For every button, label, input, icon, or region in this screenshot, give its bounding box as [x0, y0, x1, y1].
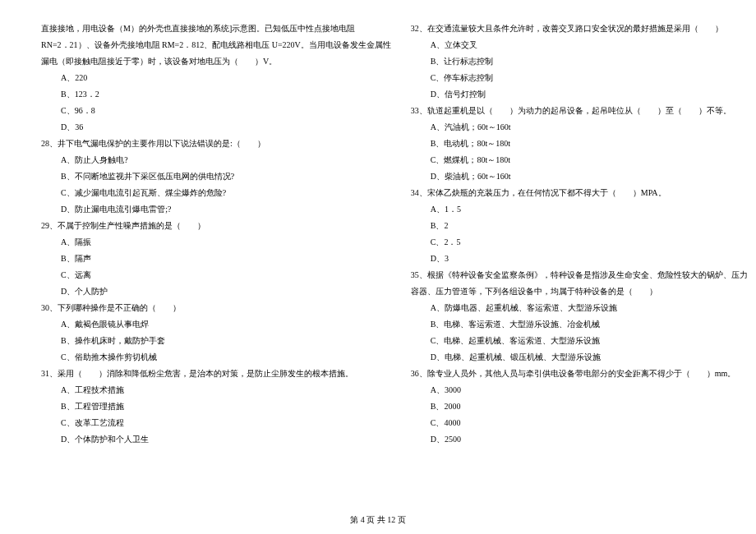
q28-option-b: B、不问断地监视井下采区低压电网的供电情况?	[41, 168, 391, 185]
q28-text: 28、井下电气漏电保护的主要作用以下说法错误的是:（ ）	[41, 136, 391, 152]
q35-text-line1: 35、根据《特种设备安全监察条例》，特种设备是指涉及生命安全、危险性较大的锅炉、…	[411, 267, 748, 283]
q33-option-c: C、燃煤机；80t～180t	[411, 152, 748, 168]
q27-intro-line2: RN=2．21）、设备外壳接地电阻 RM=2．812、配电线路相电压 U=220…	[41, 37, 391, 53]
q30-option-a: A、戴褐色眼镜从事电焊	[41, 316, 391, 333]
q30-text: 30、下列哪种操作是不正确的（ ）	[41, 300, 391, 316]
left-column: 直接接地，用电设备（M）的外壳也直接接地的系统]示意图。已知低压中性点接地电阻 …	[41, 21, 391, 489]
q27-option-a: A、220	[41, 70, 391, 86]
q31-option-a: A、工程技术措施	[41, 382, 391, 398]
q27-intro-line1: 直接接地，用电设备（M）的外壳也直接接地的系统]示意图。已知低压中性点接地电阻	[41, 21, 391, 37]
q34-option-d: D、3	[411, 251, 748, 267]
q36-option-c: C、4000	[411, 415, 748, 431]
q35-option-c: C、电梯、起重机械、客运索道、大型游乐设施	[411, 333, 748, 349]
q28-option-d: D、防止漏电电流引爆电雷管;?	[41, 201, 391, 218]
q29-text: 29、不属于控制生产性噪声措施的是（ ）	[41, 218, 391, 234]
q32-option-a: A、立体交叉	[411, 37, 748, 53]
q31-option-d: D、个体防护和个人卫生	[41, 431, 391, 448]
q33-option-b: B、电动机；80t～180t	[411, 136, 748, 152]
q30-option-b: B、操作机床时，戴防护手套	[41, 333, 391, 349]
q27-option-b: B、123．2	[41, 86, 391, 103]
q34-option-b: B、2	[411, 218, 748, 234]
q31-option-b: B、工程管理措施	[41, 398, 391, 415]
q34-text: 34、宋体乙炔瓶的充装压力，在任何情况下都不得大于（ ）MPA。	[411, 185, 748, 201]
q29-option-d: D、个人防护	[41, 283, 391, 300]
q28-option-c: C、减少漏电电流引起瓦斯、煤尘爆炸的危险?	[41, 185, 391, 201]
q29-option-a: A、隔振	[41, 234, 391, 251]
q34-option-a: A、1．5	[411, 201, 748, 218]
q35-text-line2: 容器、压力管道等，下列各组设备中，均属于特种设备的是（ ）	[411, 283, 748, 300]
q27-option-d: D、36	[41, 119, 391, 136]
q32-option-b: B、让行标志控制	[411, 53, 748, 70]
q31-option-c: C、改革工艺流程	[41, 415, 391, 431]
q34-option-c: C、2．5	[411, 234, 748, 251]
q36-option-d: D、2500	[411, 431, 748, 448]
page-footer: 第 4 页 共 12 页	[0, 514, 756, 526]
q32-text: 32、在交通流量较大且条件允许时，改善交叉路口安全状况的最好措施是采用（ ）	[411, 21, 748, 37]
q27-intro-line3: 漏电（即接触电阻接近于零）时，该设备对地电压为（ ）V。	[41, 53, 391, 70]
q29-option-c: C、远离	[41, 267, 391, 283]
q27-option-c: C、96．8	[41, 103, 391, 119]
q28-option-a: A、防止人身触电?	[41, 152, 391, 168]
q29-option-b: B、隔声	[41, 251, 391, 267]
q36-text: 36、除专业人员外，其他人员与牵引供电设备带电部分的安全距离不得少于（ ）mm。	[411, 366, 748, 382]
q36-option-a: A、3000	[411, 382, 748, 398]
q31-text: 31、采用（ ）消除和降低粉尘危害，是治本的对策，是防止尘肺发生的根本措施。	[41, 366, 391, 382]
q35-option-b: B、电梯、客运索道、大型游乐设施、冶金机械	[411, 316, 748, 333]
q32-option-d: D、信号灯控制	[411, 86, 748, 103]
q36-option-b: B、2000	[411, 398, 748, 415]
q32-option-c: C、停车标志控制	[411, 70, 748, 86]
q33-text: 33、轨道起重机是以（ ）为动力的起吊设备，起吊吨位从（ ）至（ ）不等。	[411, 103, 748, 119]
q33-option-d: D、柴油机；60t～160t	[411, 168, 748, 185]
q30-option-c: C、俗助推木操作剪切机械	[41, 349, 391, 366]
right-column: 32、在交通流量较大且条件允许时，改善交叉路口安全状况的最好措施是采用（ ） A…	[411, 21, 748, 489]
q33-option-a: A、汽油机；60t～160t	[411, 119, 748, 136]
q35-option-a: A、防爆电器、起重机械、客运索道、大型游乐设施	[411, 300, 748, 316]
page-columns: 直接接地，用电设备（M）的外壳也直接接地的系统]示意图。已知低压中性点接地电阻 …	[41, 21, 715, 489]
q35-option-d: D、电梯、起重机械、锻压机械、大型游乐设施	[411, 349, 748, 366]
